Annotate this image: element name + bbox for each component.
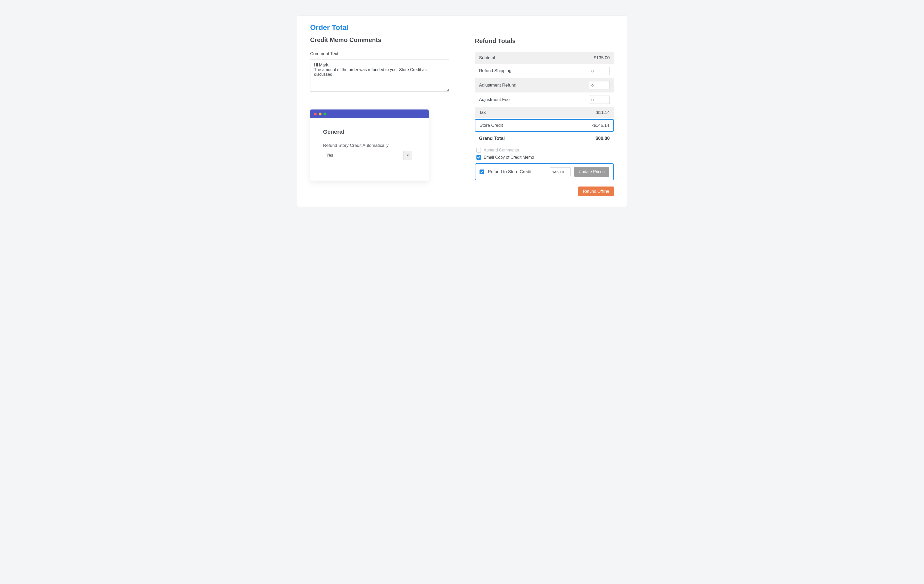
refund-auto-value: Yes — [323, 151, 403, 160]
grand-total-value: $00.00 — [596, 136, 610, 141]
tax-value: $11.14 — [596, 110, 610, 115]
window-zoom-dot[interactable] — [323, 113, 327, 115]
page-title: Order Total — [310, 23, 449, 32]
update-prices-button[interactable]: Update Prices — [574, 167, 609, 177]
email-copy-checkbox[interactable] — [477, 155, 481, 160]
refund-shipping-row: Refund Shipping — [475, 64, 614, 78]
append-comments-checkbox[interactable] — [477, 148, 481, 153]
credit-memo-comments-heading: Credit Memo Comments — [310, 36, 449, 44]
settings-mini-window: General Refund Story Credit Automaticall… — [310, 110, 429, 181]
adjustment-refund-input[interactable] — [589, 81, 610, 89]
grand-total-row: Grand Total $00.00 — [475, 133, 614, 144]
adjustment-fee-label: Adjustment Fee — [479, 97, 510, 102]
refund-totals-table: Subtotal $135.00 Refund Shipping Adjustm… — [475, 52, 614, 144]
order-total-card: Order Total Credit Memo Comments Comment… — [297, 15, 627, 207]
append-comments-label: Append Comments — [483, 148, 519, 153]
refund-totals-heading: Refund Totals — [475, 37, 614, 44]
tax-label: Tax — [479, 110, 486, 115]
mini-window-body: General Refund Story Credit Automaticall… — [310, 118, 429, 181]
refund-offline-button[interactable]: Refund Offline — [578, 186, 614, 196]
refund-auto-select[interactable]: Yes — [323, 151, 412, 160]
refund-store-credit-checkbox[interactable] — [480, 169, 484, 174]
store-credit-value: -$146.14 — [592, 123, 609, 128]
general-heading: General — [323, 128, 416, 135]
comment-text-input[interactable] — [310, 59, 449, 92]
refund-shipping-input[interactable] — [589, 67, 610, 75]
checkbox-group: Append Comments Email Copy of Credit Mem… — [475, 148, 614, 160]
subtotal-label: Subtotal — [479, 55, 495, 61]
tax-row: Tax $11.14 — [475, 107, 614, 118]
chevron-down-icon[interactable] — [403, 151, 412, 160]
comment-text-label: Comment Text — [310, 51, 449, 56]
mini-window-titlebar — [310, 110, 429, 118]
adjustment-fee-row: Adjustment Fee — [475, 92, 614, 107]
action-row: Refund Offline — [475, 186, 614, 196]
right-column: Refund Totals Subtotal $135.00 Refund Sh… — [475, 23, 614, 196]
subtotal-value: $135.00 — [594, 55, 610, 61]
adjustment-refund-row: Adjustment Refund — [475, 78, 614, 92]
append-comments-row: Append Comments — [477, 148, 612, 153]
grand-total-label: Grand Total — [479, 136, 505, 141]
store-credit-label: Store Credit — [480, 123, 503, 128]
left-column: Order Total Credit Memo Comments Comment… — [310, 23, 449, 196]
window-minimize-dot[interactable] — [318, 113, 322, 115]
refund-store-credit-label: Refund to Store Credit — [488, 169, 546, 174]
adjustment-refund-label: Adjustment Refund — [479, 83, 516, 88]
store-credit-row: Store Credit -$146.14 — [475, 119, 614, 132]
subtotal-row: Subtotal $135.00 — [475, 52, 614, 64]
refund-to-store-credit-box: Refund to Store Credit Update Prices — [475, 163, 614, 180]
adjustment-fee-input[interactable] — [589, 95, 610, 104]
window-close-dot[interactable] — [314, 113, 317, 115]
email-copy-label: Email Copy of Credit Memo — [483, 155, 534, 160]
email-copy-row: Email Copy of Credit Memo — [477, 155, 612, 160]
refund-auto-label: Refund Story Credit Automatically — [323, 143, 416, 148]
refund-shipping-label: Refund Shipping — [479, 68, 512, 73]
refund-store-credit-amount-input[interactable] — [550, 168, 571, 176]
